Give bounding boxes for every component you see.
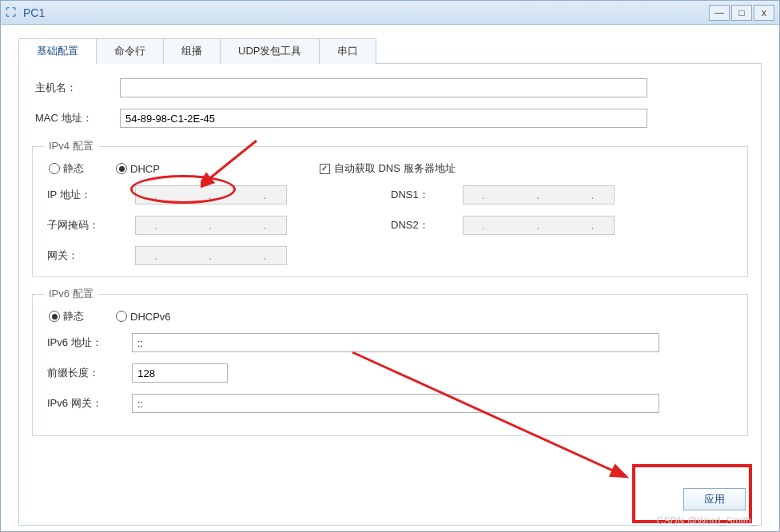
- auto-dns-label: 自动获取 DNS 服务器地址: [334, 161, 456, 176]
- apply-button[interactable]: 应用: [683, 488, 746, 510]
- app-window: ⛶ PC1 — □ x 基础配置 命令行 组播 UDP发包工具 串口 主机名： …: [0, 0, 780, 532]
- mask-input[interactable]: [135, 216, 287, 235]
- radio-icon: [116, 311, 127, 322]
- dns1-input[interactable]: [463, 185, 615, 204]
- ipv6-static-radio[interactable]: 静态: [49, 309, 84, 324]
- ipv6-addr-label: IPv6 地址：: [44, 335, 132, 350]
- ipv6-addr-input[interactable]: [132, 333, 659, 352]
- ip-label: IP 地址：: [47, 188, 135, 202]
- tab-serial[interactable]: 串口: [319, 38, 376, 64]
- tab-basic[interactable]: 基础配置: [18, 38, 97, 64]
- window-title: PC1: [23, 6, 45, 19]
- watermark: CSDN @Word_Smith_: [657, 515, 757, 526]
- radio-icon: [49, 311, 60, 322]
- ipv6-prefix-input[interactable]: [132, 363, 228, 383]
- tabstrip: 基础配置 命令行 组播 UDP发包工具 串口: [18, 38, 762, 64]
- client-area: 基础配置 命令行 组播 UDP发包工具 串口 主机名： MAC 地址： IPv4…: [1, 25, 779, 531]
- ipv4-legend: IPv4 配置: [44, 139, 98, 153]
- titlebar: ⛶ PC1 — □ x: [1, 1, 779, 25]
- checkbox-icon: [320, 164, 330, 174]
- app-icon: ⛶: [6, 6, 18, 19]
- mac-input[interactable]: [120, 109, 647, 128]
- maximize-button[interactable]: □: [731, 5, 752, 21]
- ipv6-dhcpv6-radio[interactable]: DHCPv6: [116, 311, 171, 323]
- dns2-input[interactable]: [463, 216, 615, 235]
- ipv6-gw-input[interactable]: [132, 394, 659, 413]
- mask-label: 子网掩码：: [47, 218, 135, 232]
- window-controls: — □ x: [707, 5, 774, 21]
- tab-multicast[interactable]: 组播: [163, 38, 221, 64]
- ipv6-dhcpv6-label: DHCPv6: [130, 311, 171, 323]
- minimize-button[interactable]: —: [709, 5, 730, 21]
- tab-cli[interactable]: 命令行: [96, 38, 164, 64]
- ipv6-fieldset: IPv6 配置 静态 DHCPv6 IPv6 地址： 前缀长: [32, 287, 748, 436]
- tab-udp[interactable]: UDP发包工具: [220, 38, 320, 64]
- ipv4-dhcp-label: DHCP: [130, 163, 160, 175]
- ipv4-fieldset: IPv4 配置 静态 DHCP 自动获取 DNS 服务器地址: [32, 139, 748, 277]
- gw-label: 网关：: [47, 248, 135, 263]
- radio-icon: [116, 163, 127, 174]
- ipv4-dhcp-radio[interactable]: DHCP: [116, 163, 160, 175]
- dns1-label: DNS1：: [391, 188, 463, 202]
- mac-label: MAC 地址：: [32, 111, 120, 125]
- hostname-label: 主机名：: [32, 81, 120, 95]
- ipv6-gw-label: IPv6 网关：: [44, 396, 132, 411]
- close-button[interactable]: x: [754, 5, 774, 21]
- ip-input[interactable]: [135, 185, 287, 204]
- ipv4-static-label: 静态: [63, 161, 84, 176]
- dns2-label: DNS2：: [391, 218, 463, 232]
- gw-input[interactable]: [135, 246, 287, 265]
- ipv6-prefix-label: 前缀长度：: [44, 366, 132, 380]
- ipv6-static-label: 静态: [63, 309, 84, 324]
- radio-icon: [49, 163, 60, 174]
- basic-pane: 主机名： MAC 地址： IPv4 配置 静态 DHCP: [18, 64, 762, 526]
- ipv6-legend: IPv6 配置: [44, 287, 98, 301]
- hostname-input[interactable]: [120, 78, 647, 97]
- auto-dns-checkbox[interactable]: 自动获取 DNS 服务器地址: [320, 161, 456, 176]
- ipv4-static-radio[interactable]: 静态: [49, 161, 84, 176]
